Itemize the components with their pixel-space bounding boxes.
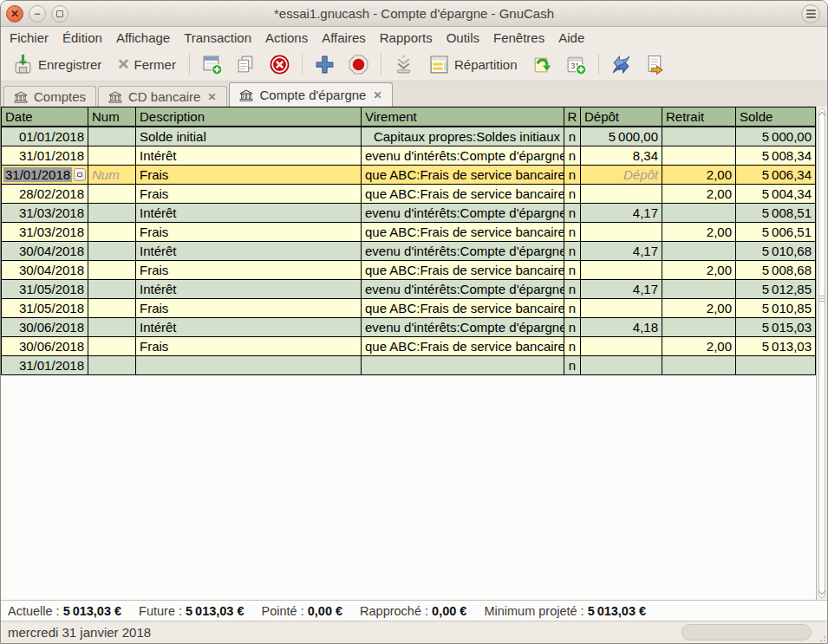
register-row[interactable]: 30/06/2018Intérêtevenu d'intérêts:Compte… <box>1 318 816 337</box>
cell-date[interactable]: 31/03/2018 <box>2 223 88 241</box>
cell-date[interactable]: 28/02/2018 <box>2 185 88 203</box>
cell-date[interactable]: 30/04/2018 <box>2 242 88 260</box>
register-row[interactable]: 01/01/2018Solde initialCapitaux propres:… <box>1 127 816 146</box>
cell-r[interactable]: n <box>564 223 581 241</box>
cell-depot[interactable] <box>581 299 662 317</box>
cell-depot[interactable]: 8,34 <box>581 146 662 165</box>
tab-close-icon[interactable]: ✕ <box>372 90 382 101</box>
split-button[interactable]: Répartition <box>422 50 524 79</box>
vertical-scrollbar[interactable] <box>816 107 827 600</box>
cell-depot[interactable]: 4,17 <box>581 242 662 260</box>
cell-retrait[interactable] <box>662 146 736 165</box>
menu-item-actions[interactable]: Actions <box>258 29 315 47</box>
menu-item-aide[interactable]: Aide <box>551 29 591 47</box>
cell-date[interactable]: 31/03/2018 <box>2 204 88 222</box>
cell-virement[interactable]: que ABC:Frais de service bancaire <box>362 261 564 279</box>
menu-item-affaires[interactable]: Affaires <box>315 29 373 47</box>
cell-retrait[interactable]: 2,00 <box>662 299 736 317</box>
menu-item-rapports[interactable]: Rapports <box>373 29 440 47</box>
schedule-transaction-button[interactable]: 31 <box>561 50 591 79</box>
resize-grip-icon[interactable] <box>817 633 825 641</box>
register-row[interactable]: 31/03/2018Fraisque ABC:Frais de service … <box>1 223 816 242</box>
cell-retrait[interactable] <box>662 204 736 222</box>
cell-retrait[interactable] <box>662 127 736 146</box>
scrollbar-grip[interactable] <box>819 294 825 303</box>
cell-solde[interactable]: 5 012,85 <box>736 280 816 298</box>
cell-solde[interactable] <box>736 356 816 374</box>
cell-depot[interactable] <box>581 261 662 279</box>
cell-num[interactable] <box>88 356 136 374</box>
cell-depot[interactable]: 4,17 <box>581 204 662 222</box>
close-tab-button[interactable]: ✕ Fermer <box>111 54 182 75</box>
cell-num[interactable] <box>88 223 136 241</box>
cell-solde[interactable]: 5 013,03 <box>736 337 816 355</box>
cell-virement[interactable]: evenu d'intérêts:Compte d'épargne <box>362 242 564 260</box>
register-row[interactable]: 30/04/2018Fraisque ABC:Frais de service … <box>1 261 816 280</box>
blank-transaction-button[interactable] <box>388 50 419 79</box>
cell-solde[interactable]: 5 015,03 <box>736 318 816 336</box>
cell-depot[interactable]: 5 000,00 <box>581 127 662 146</box>
cell-r[interactable]: n <box>564 127 581 146</box>
cell-virement[interactable]: Capitaux propres:Soldes initiaux <box>362 127 564 146</box>
tab-compte-epargne[interactable]: Compte d'épargne ✕ <box>229 82 393 107</box>
cell-depot[interactable]: 4,18 <box>581 318 662 336</box>
cell-virement[interactable]: que ABC:Frais de service bancaire <box>362 337 564 355</box>
cell-description[interactable]: Intérêt <box>136 242 362 260</box>
cell-description[interactable]: Frais <box>136 166 362 184</box>
cell-r[interactable]: n <box>564 185 581 203</box>
cell-virement[interactable]: que ABC:Frais de service bancaire <box>362 299 564 317</box>
register-row[interactable]: 30/06/2018Fraisque ABC:Frais de service … <box>1 337 816 356</box>
minimize-window-button[interactable]: − <box>29 5 46 23</box>
register-row[interactable]: 31/05/2018Fraisque ABC:Frais de service … <box>1 299 816 318</box>
menu-item-outils[interactable]: Outils <box>440 29 486 47</box>
cell-num[interactable] <box>88 204 136 222</box>
cell-description[interactable]: Intérêt <box>136 146 362 165</box>
cell-depot[interactable] <box>581 337 662 355</box>
cell-retrait[interactable]: 2,00 <box>662 261 736 279</box>
register-row[interactable]: 28/02/2018Fraisque ABC:Frais de service … <box>1 185 816 204</box>
cell-virement[interactable]: que ABC:Frais de service bancaire <box>362 185 564 203</box>
cell-retrait[interactable] <box>662 280 736 298</box>
cell-r[interactable]: n <box>564 261 581 279</box>
cell-date[interactable]: 01/01/2018 <box>2 127 88 146</box>
menu-item-edition[interactable]: Édition <box>55 29 109 47</box>
tab-close-icon[interactable]: ✕ <box>206 92 217 102</box>
cell-num[interactable] <box>88 242 136 260</box>
column-header-depot[interactable]: Dépôt <box>581 107 662 126</box>
save-button[interactable]: Enregistrer <box>6 50 108 79</box>
cell-retrait[interactable]: 2,00 <box>662 185 736 203</box>
column-header-solde[interactable]: Solde <box>736 107 816 126</box>
transfer-funds-button[interactable] <box>606 50 636 79</box>
cell-description[interactable]: Intérêt <box>136 204 362 222</box>
new-transaction-button[interactable] <box>197 50 227 79</box>
cell-depot[interactable] <box>581 356 662 374</box>
cell-num[interactable] <box>88 299 136 317</box>
cell-num[interactable] <box>88 185 136 203</box>
cell-solde[interactable]: 5 008,68 <box>736 261 816 279</box>
cell-retrait[interactable] <box>662 356 736 374</box>
cell-depot[interactable]: Dépôt <box>581 166 662 184</box>
maximize-window-button[interactable] <box>51 5 68 23</box>
cell-virement[interactable]: que ABC:Frais de service bancaire <box>362 166 564 184</box>
cell-retrait[interactable]: 2,00 <box>662 223 736 241</box>
cell-description[interactable]: Frais <box>136 299 362 317</box>
register-row[interactable]: 31/01/2018Intérêtevenu d'intérêts:Compte… <box>1 146 816 166</box>
cell-num[interactable]: Num <box>88 166 136 184</box>
cell-num[interactable] <box>88 146 136 165</box>
cell-solde[interactable]: 5 010,85 <box>736 299 816 317</box>
cell-date[interactable]: 30/04/2018 <box>2 261 88 279</box>
cell-solde[interactable]: 5 010,68 <box>736 242 816 260</box>
window-menu-icon[interactable] <box>801 4 820 23</box>
cell-r[interactable]: n <box>564 337 581 355</box>
tab-cd-bancaire[interactable]: CD bancaire ✕ <box>98 86 227 107</box>
cell-virement[interactable] <box>362 356 564 374</box>
column-header-r[interactable]: R <box>564 107 581 126</box>
cell-r[interactable]: n <box>564 204 581 222</box>
cell-date[interactable]: 30/06/2018 <box>2 337 88 355</box>
cell-solde[interactable]: 5 006,34 <box>736 166 816 184</box>
register-row[interactable]: 31/05/2018Intérêtevenu d'intérêts:Compte… <box>1 280 816 299</box>
column-header-num[interactable]: Num <box>88 107 136 126</box>
transfer-button[interactable] <box>527 50 557 79</box>
cell-r[interactable]: n <box>564 299 581 317</box>
titlebar[interactable]: *essai1.gnucash - Compte d'épargne - Gnu… <box>1 1 827 27</box>
